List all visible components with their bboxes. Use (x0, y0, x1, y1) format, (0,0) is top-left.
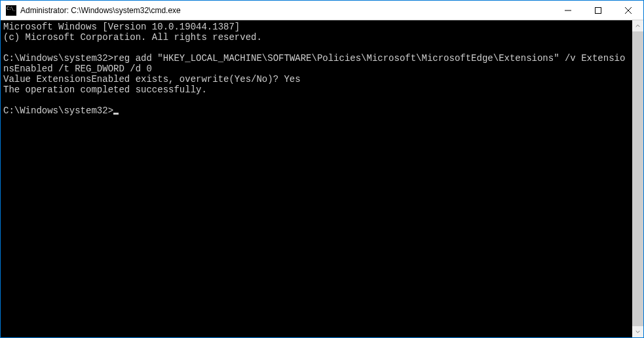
close-button[interactable] (613, 1, 643, 20)
cmd-exe-icon (6, 5, 16, 16)
client-area: Microsoft Windows [Version 10.0.19044.13… (1, 20, 643, 337)
maximize-button[interactable] (583, 1, 613, 20)
cmd-window: Administrator: C:\Windows\system32\cmd.e… (0, 0, 644, 338)
scroll-up-button[interactable] (632, 20, 643, 31)
terminal-line: Microsoft Windows [Version 10.0.19044.13… (3, 22, 240, 32)
window-title: Administrator: C:\Windows\system32\cmd.e… (20, 6, 553, 15)
terminal-line: C:\Windows\system32>reg add "HKEY_LOCAL_… (3, 53, 625, 74)
minimize-icon (565, 7, 571, 14)
terminal-line: The operation completed successfully. (3, 84, 207, 95)
close-icon (625, 7, 632, 14)
chevron-down-icon (635, 329, 640, 334)
prompt: C:\Windows\system32> (3, 53, 113, 64)
scrollbar-thumb[interactable] (632, 31, 643, 326)
scroll-down-button[interactable] (632, 326, 643, 337)
scrollbar-track[interactable] (632, 31, 643, 326)
minimize-button[interactable] (553, 1, 583, 20)
window-controls (553, 1, 643, 20)
chevron-up-icon (635, 24, 640, 28)
terminal-output[interactable]: Microsoft Windows [Version 10.0.19044.13… (1, 20, 632, 337)
prompt: C:\Windows\system32> (3, 105, 113, 116)
terminal-line: C:\Windows\system32> (3, 105, 119, 116)
svg-rect-1 (596, 7, 601, 13)
text-cursor (113, 113, 119, 115)
terminal-line: (c) Microsoft Corporation. All rights re… (3, 32, 262, 43)
titlebar[interactable]: Administrator: C:\Windows\system32\cmd.e… (1, 1, 643, 20)
terminal-line: Value ExtensionsEnabled exists, overwrit… (3, 74, 301, 84)
vertical-scrollbar[interactable] (632, 20, 643, 337)
maximize-icon (595, 7, 601, 14)
